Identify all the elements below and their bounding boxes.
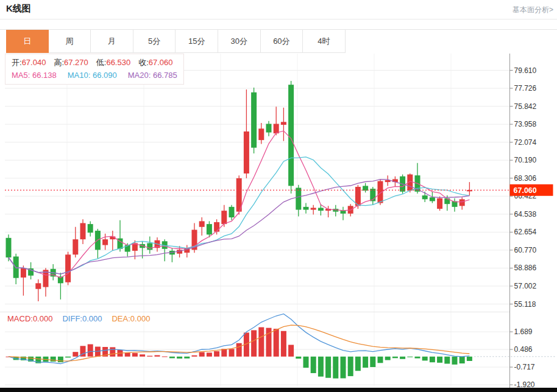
low-value: 66.530 xyxy=(106,58,130,67)
svg-text:0.486: 0.486 xyxy=(514,345,533,354)
price-tag: 67.060 xyxy=(510,184,553,196)
open-value: 67.040 xyxy=(22,58,46,67)
y-axis: 79.61077.72675.84273.95872.07470.19068.3… xyxy=(510,54,537,389)
close-value: 67.060 xyxy=(149,58,173,67)
period-tabbar: 日 周 月 5分 15分 30分 60分 4时 xyxy=(0,29,557,52)
svg-text:68.306: 68.306 xyxy=(514,174,537,183)
macd-value: MACD:0.000 xyxy=(7,314,52,323)
ma-row: MA5: 66.138MA10: 66.090MA20: 66.785 xyxy=(12,69,177,82)
close-label: 收: xyxy=(138,58,149,67)
tab-day[interactable]: 日 xyxy=(6,30,49,53)
high-value: 67.270 xyxy=(64,58,88,67)
svg-text:1.689: 1.689 xyxy=(514,327,533,336)
svg-text:73.958: 73.958 xyxy=(514,120,537,128)
tab-5min[interactable]: 5分 xyxy=(133,30,176,53)
svg-text:72.074: 72.074 xyxy=(514,138,537,147)
svg-text:60.770: 60.770 xyxy=(514,246,537,254)
dea-value: DEA:0.000 xyxy=(112,314,150,323)
diff-value: DIFF:0.000 xyxy=(62,314,102,323)
tab-15min[interactable]: 15分 xyxy=(176,30,218,53)
tab-month[interactable]: 月 xyxy=(91,30,133,53)
low-label: 低: xyxy=(96,58,107,67)
svg-text:70.190: 70.190 xyxy=(514,156,537,164)
svg-text:79.610: 79.610 xyxy=(514,66,537,75)
ohlc-row: 开:67.040高:67.270低:66.530收:67.060 xyxy=(12,56,177,69)
svg-text:-0.717: -0.717 xyxy=(514,363,535,371)
macd-panel xyxy=(6,314,556,379)
ma5-readout: MA5: 66.138 xyxy=(12,71,57,80)
svg-text:64.538: 64.538 xyxy=(514,210,537,219)
tab-30min[interactable]: 30分 xyxy=(218,30,261,53)
svg-text:67.060: 67.060 xyxy=(514,186,537,195)
tab-60min[interactable]: 60分 xyxy=(261,30,303,53)
svg-text:62.654: 62.654 xyxy=(514,228,537,236)
svg-text:75.842: 75.842 xyxy=(514,102,537,111)
tab-week[interactable]: 周 xyxy=(49,30,91,53)
bottom-edge-bar xyxy=(0,388,557,392)
svg-text:57.002: 57.002 xyxy=(514,282,537,290)
ma10-readout: MA10: 66.090 xyxy=(68,71,117,80)
ohlc-info-box: 开:67.040高:67.270低:66.530收:67.060 MA5: 66… xyxy=(5,54,184,85)
tab-4hour[interactable]: 4时 xyxy=(303,30,346,53)
macd-readout: MACD:0.000DIFF:0.000DEA:0.000 xyxy=(7,314,150,323)
ma20-readout: MA20: 66.785 xyxy=(128,71,177,80)
svg-text:55.118: 55.118 xyxy=(514,300,536,309)
svg-text:77.726: 77.726 xyxy=(514,84,537,93)
high-label: 高: xyxy=(54,58,64,67)
svg-text:58.886: 58.886 xyxy=(514,264,537,272)
open-label: 开: xyxy=(12,58,22,67)
